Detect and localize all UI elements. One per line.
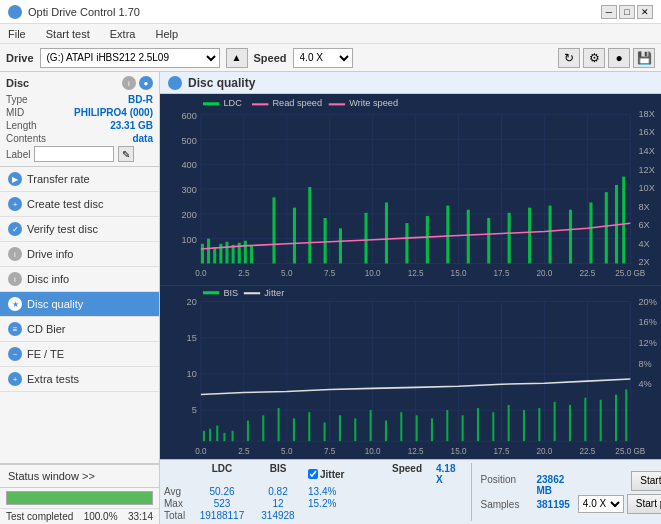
svg-text:16X: 16X (639, 127, 655, 137)
menu-file[interactable]: File (4, 27, 30, 41)
svg-rect-29 (293, 208, 296, 264)
svg-rect-41 (528, 208, 531, 264)
svg-text:25.0 GB: 25.0 GB (615, 447, 645, 456)
main-layout: Disc i ● Type BD-R MID PHILIPRO4 (000) L… (0, 72, 661, 524)
svg-text:Read speed: Read speed (272, 98, 322, 108)
nav-label-verify-test-disc: Verify test disc (27, 223, 98, 235)
svg-text:300: 300 (181, 185, 196, 195)
bis-header: BIS (252, 463, 304, 485)
svg-rect-44 (589, 202, 592, 263)
save-icon[interactable]: 💾 (633, 48, 655, 68)
nav-label-extra-tests: Extra tests (27, 373, 79, 385)
svg-rect-34 (385, 202, 388, 263)
top-chart: 600 500 400 300 200 100 18X 16X 14X 12X … (160, 94, 661, 286)
length-label: Length (6, 120, 37, 131)
svg-rect-105 (293, 419, 295, 442)
progress-section (0, 487, 159, 508)
svg-text:5.0: 5.0 (281, 447, 293, 456)
svg-text:17.5: 17.5 (494, 447, 510, 456)
svg-text:7.5: 7.5 (324, 447, 336, 456)
disc-icon2[interactable]: ● (139, 76, 153, 90)
menu-help[interactable]: Help (151, 27, 182, 41)
svg-text:18X: 18X (639, 109, 655, 119)
speed-dropdown[interactable]: 4.0 X (578, 495, 624, 513)
stats-columns: LDC BIS Jitter Speed 4.18 X Avg 50.26 0.… (164, 463, 455, 521)
max-label: Max (164, 498, 192, 509)
speed-current: 4.18 X (436, 463, 455, 485)
start-part-button[interactable]: Start part (627, 494, 661, 514)
nav-label-drive-info: Drive info (27, 248, 73, 260)
nav-cd-bier[interactable]: ≡ CD Bier (0, 317, 159, 342)
svg-rect-74 (203, 102, 219, 105)
svg-text:20: 20 (187, 297, 197, 307)
max-bis: 12 (252, 498, 304, 509)
nav-disc-quality[interactable]: ★ Disc quality (0, 292, 159, 317)
svg-text:20%: 20% (639, 297, 657, 307)
refresh-icon[interactable]: ↻ (558, 48, 580, 68)
samples-value: 381195 (536, 499, 569, 510)
disc-icon1[interactable]: i (122, 76, 136, 90)
speed-header: Speed (392, 463, 432, 485)
svg-text:20.0: 20.0 (536, 447, 552, 456)
svg-rect-103 (262, 415, 264, 441)
content-area: Disc quality (160, 72, 661, 524)
contents-label: Contents (6, 133, 46, 144)
svg-text:6X: 6X (639, 220, 650, 230)
svg-rect-116 (462, 415, 464, 441)
nav-label-disc-quality: Disc quality (27, 298, 83, 310)
verify-test-disc-icon: ✓ (8, 222, 22, 236)
svg-rect-24 (232, 245, 235, 264)
svg-rect-40 (508, 213, 511, 264)
svg-rect-106 (308, 412, 310, 441)
total-ldc: 19188117 (196, 510, 248, 521)
label-input[interactable] (34, 146, 114, 162)
speed-select[interactable]: 4.0 X (293, 48, 353, 68)
svg-rect-37 (446, 206, 449, 264)
label-edit-button[interactable]: ✎ (118, 146, 134, 162)
svg-rect-108 (339, 415, 341, 441)
nav-create-test-disc[interactable]: + Create test disc (0, 192, 159, 217)
maximize-button[interactable]: □ (619, 5, 635, 19)
create-test-disc-icon: + (8, 197, 22, 211)
menu-extra[interactable]: Extra (106, 27, 140, 41)
action-buttons: Start full 4.0 X Start part (578, 463, 661, 521)
minimize-button[interactable]: ─ (601, 5, 617, 19)
title-bar: Opti Drive Control 1.70 ─ □ ✕ (0, 0, 661, 24)
eject-button[interactable]: ▲ (226, 48, 248, 68)
svg-text:500: 500 (181, 136, 196, 146)
jitter-checkbox[interactable] (308, 469, 318, 479)
length-value: 23.31 GB (110, 120, 153, 131)
svg-rect-35 (405, 223, 408, 263)
nav-drive-info[interactable]: i Drive info (0, 242, 159, 267)
progress-percent: 100.0% (84, 511, 118, 522)
nav-verify-test-disc[interactable]: ✓ Verify test disc (0, 217, 159, 242)
svg-rect-39 (487, 218, 490, 263)
burn-icon[interactable]: ● (608, 48, 630, 68)
svg-text:25.0 GB: 25.0 GB (615, 269, 646, 278)
svg-rect-119 (508, 405, 510, 441)
avg-ldc: 50.26 (196, 486, 248, 497)
svg-text:10X: 10X (639, 183, 655, 193)
svg-rect-124 (584, 398, 586, 441)
bottom-chart: 20 15 10 5 20% 16% 12% 8% 4% 0.0 2.5 5.0 (160, 286, 661, 459)
nav-fe-te[interactable]: ~ FE / TE (0, 342, 159, 367)
svg-rect-111 (385, 421, 387, 442)
menu-start-test[interactable]: Start test (42, 27, 94, 41)
status-window[interactable]: Status window >> (0, 464, 159, 487)
svg-rect-102 (247, 421, 249, 442)
svg-rect-32 (339, 228, 342, 263)
svg-rect-42 (549, 206, 552, 264)
nav-extra-tests[interactable]: + Extra tests (0, 367, 159, 392)
nav-transfer-rate[interactable]: ▶ Transfer rate (0, 167, 159, 192)
svg-rect-43 (569, 210, 572, 264)
position-samples: Position 23862 MB Samples 381195 (471, 463, 569, 521)
svg-rect-110 (370, 410, 372, 441)
close-button[interactable]: ✕ (637, 5, 653, 19)
svg-text:7.5: 7.5 (324, 269, 336, 278)
drive-select[interactable]: (G:) ATAPI iHBS212 2.5L09 (40, 48, 220, 68)
settings-icon[interactable]: ⚙ (583, 48, 605, 68)
nav-disc-info[interactable]: i Disc info (0, 267, 159, 292)
start-full-button[interactable]: Start full (631, 471, 661, 491)
position-value: 23862 MB (536, 474, 569, 496)
svg-rect-33 (364, 213, 367, 264)
